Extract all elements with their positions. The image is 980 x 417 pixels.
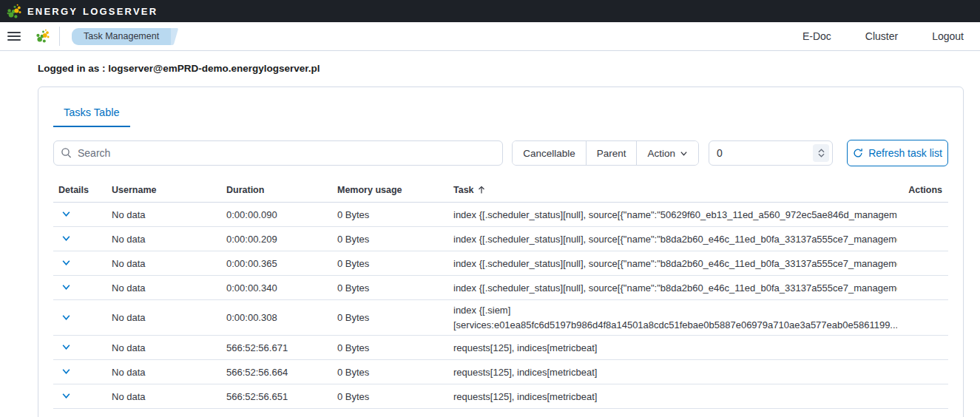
search-input[interactable] — [53, 140, 503, 166]
cell-task: index {[.scheduler_status][null], source… — [453, 209, 897, 220]
expand-row-button[interactable] — [58, 390, 74, 402]
chevron-down-icon — [61, 209, 71, 219]
chevron-down-icon — [61, 313, 71, 322]
cell-task: requests[125], indices[metricbeat] — [453, 342, 897, 353]
cell-task: index {[.scheduler_status][null], source… — [453, 258, 897, 269]
expand-row-button[interactable] — [58, 341, 74, 353]
filter-cancellable-label: Cancellable — [523, 148, 575, 159]
cell-duration: 0:00:00.090 — [226, 209, 337, 220]
energylogserver-logo-icon — [7, 4, 22, 19]
tab-tasks-table[interactable]: Tasks Table — [53, 105, 130, 127]
search-icon — [61, 147, 72, 159]
cell-username: No data — [112, 282, 226, 294]
cell-username: No data — [112, 258, 226, 269]
filter-parent-label: Parent — [597, 148, 626, 159]
cell-username: No data — [112, 391, 226, 402]
cell-duration: 566:52:56.651 — [226, 391, 337, 402]
nav-link-logout[interactable]: Logout — [932, 30, 964, 42]
table-row: No data 566:52:56.671 0 Bytes requests[1… — [53, 336, 948, 360]
cell-duration: 0:00:00.365 — [226, 258, 337, 269]
cell-memory: 0 Bytes — [337, 234, 453, 245]
cell-username: No data — [112, 367, 226, 378]
chevron-down-icon — [680, 149, 688, 157]
cell-task: index {[.siem] [services:e01ea85fc6d5197… — [453, 303, 897, 332]
expand-row-button[interactable] — [58, 257, 74, 269]
table-row: No data 566:52:56.651 0 Bytes requests[1… — [53, 384, 948, 409]
menu-icon[interactable] — [7, 32, 21, 41]
table-row: No data 566:52:56.651 0 Bytes requests[1… — [53, 409, 948, 417]
tasks-panel: Tasks Table Cancellable Parent Action — [38, 87, 964, 417]
table-header-row: Details Username Duration Memory usage T… — [53, 182, 948, 203]
filter-action-label: Action — [647, 148, 675, 159]
chevron-down-icon — [61, 367, 71, 376]
stepper-down-icon[interactable] — [818, 153, 825, 157]
sort-ascending-icon — [478, 186, 485, 194]
logged-in-status: Logged in as : logserver@emPRD-demo.ener… — [38, 63, 980, 74]
cell-username: No data — [112, 234, 226, 245]
filter-parent-button[interactable]: Parent — [586, 141, 637, 165]
header-actions: Actions — [897, 185, 948, 195]
chevron-down-icon — [61, 282, 71, 292]
cell-duration: 566:52:56.664 — [226, 367, 337, 378]
cell-duration: 566:52:56.671 — [226, 342, 337, 353]
expand-row-button[interactable] — [58, 365, 74, 378]
expand-row-button[interactable] — [58, 414, 74, 417]
table-row: No data 0:00:00.209 0 Bytes index {[.sch… — [53, 227, 948, 251]
expand-row-button[interactable] — [58, 311, 74, 324]
cell-duration: 0:00:00.209 — [226, 234, 337, 245]
cell-memory: 0 Bytes — [337, 258, 453, 269]
cell-memory: 0 Bytes — [337, 367, 453, 378]
app-logo-icon[interactable] — [36, 29, 50, 44]
filter-action-dropdown[interactable]: Action — [636, 141, 698, 165]
table-row: No data 0:00:00.340 0 Bytes index {[.sch… — [53, 276, 948, 300]
cell-task: index {[.scheduler_status][null], source… — [453, 282, 897, 294]
cell-task: requests[125], indices[metricbeat] — [453, 367, 897, 378]
filter-group: Cancellable Parent Action — [512, 140, 699, 166]
table-row: No data 0:00:00.365 0 Bytes index {[.sch… — [53, 251, 948, 276]
tasks-table: Details Username Duration Memory usage T… — [53, 182, 948, 417]
expand-row-button[interactable] — [58, 232, 74, 245]
cell-task: index {[.scheduler_status][null], source… — [453, 234, 897, 245]
filter-cancellable-button[interactable]: Cancellable — [513, 141, 586, 165]
top-app-bar: ENERGY LOGSERVER — [0, 0, 980, 22]
cell-duration: 0:00:00.308 — [226, 312, 337, 323]
cell-memory: 0 Bytes — [337, 312, 453, 323]
refresh-task-list-label: Refresh task list — [868, 147, 942, 159]
brand-name-primary: ENERGY — [27, 6, 78, 17]
header-task-sort[interactable]: Task — [453, 185, 897, 195]
nav-divider — [59, 27, 60, 46]
brand-name-secondary: LOGSERVER — [83, 6, 158, 17]
cell-username: No data — [112, 209, 226, 220]
cell-username: No data — [112, 342, 226, 353]
table-row: No data 566:52:56.664 0 Bytes requests[1… — [53, 360, 948, 384]
cell-memory: 0 Bytes — [337, 282, 453, 294]
cell-memory: 0 Bytes — [337, 342, 453, 353]
cell-task: requests[125], indices[metricbeat] — [453, 391, 897, 402]
header-duration: Duration — [226, 185, 337, 195]
table-row: No data 0:00:00.090 0 Bytes index {[.sch… — [53, 203, 948, 227]
cell-duration: 0:00:00.340 — [226, 282, 337, 294]
refresh-icon — [853, 148, 863, 158]
chevron-down-icon — [61, 234, 71, 243]
expand-row-button[interactable] — [58, 208, 74, 220]
refresh-task-list-button[interactable]: Refresh task list — [847, 140, 948, 166]
chevron-down-icon — [61, 342, 71, 352]
active-page-badge[interactable]: Task Management — [72, 28, 171, 45]
cell-username: No data — [112, 312, 226, 323]
cell-memory: 0 Bytes — [337, 209, 453, 220]
tasks-toolbar: Cancellable Parent Action — [53, 140, 948, 166]
chevron-down-icon — [61, 258, 71, 268]
expand-row-button[interactable] — [58, 281, 74, 294]
table-row: No data 0:00:00.308 0 Bytes index {[.sie… — [53, 300, 948, 336]
chevron-down-icon — [61, 391, 71, 401]
brand-logo: ENERGY LOGSERVER — [7, 4, 158, 19]
header-username: Username — [112, 185, 226, 195]
header-details: Details — [53, 185, 112, 195]
cell-memory: 0 Bytes — [337, 391, 453, 402]
navbar: Task Management E-Doc Cluster Logout — [0, 22, 980, 51]
nav-link-edoc[interactable]: E-Doc — [802, 30, 831, 42]
header-memory: Memory usage — [337, 185, 453, 195]
nav-link-cluster[interactable]: Cluster — [865, 30, 898, 42]
header-task-label: Task — [453, 185, 474, 195]
number-stepper[interactable] — [813, 144, 829, 162]
